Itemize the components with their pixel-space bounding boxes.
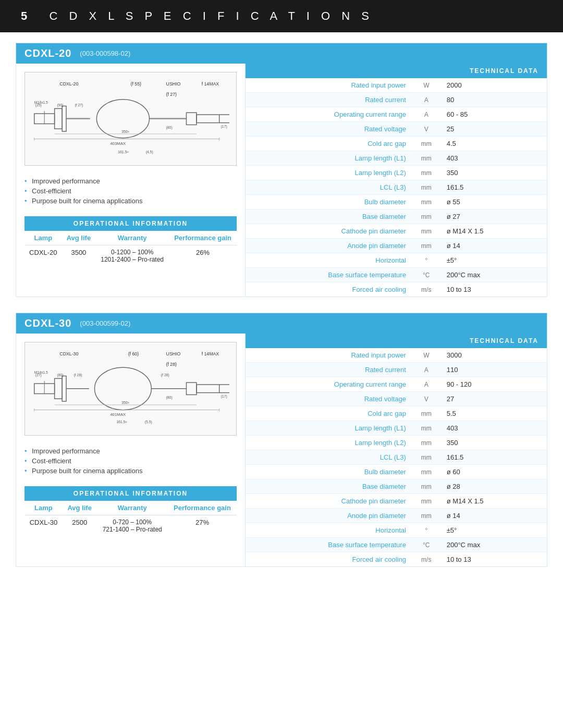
tech-param-value: ø 55 <box>442 195 547 209</box>
tech-param-name: Base diameter <box>246 479 411 494</box>
svg-rect-39 <box>55 379 63 399</box>
tech-param-unit: V <box>411 122 442 137</box>
tech-param-unit: ° <box>411 253 442 268</box>
svg-text:161.5≈: 161.5≈ <box>118 150 129 154</box>
svg-text:(f 28): (f 28) <box>74 374 82 378</box>
tech-row: Cold arc gap mm 5.5 <box>246 406 547 421</box>
tech-param-unit: ° <box>411 523 442 538</box>
tech-param-value: ø M14 X 1.5 <box>442 494 547 509</box>
op-row-cdxl30: CDXL-30 2500 0-720 – 100% 721-1400 – Pro… <box>25 515 237 537</box>
tech-param-unit: m/s <box>411 552 442 567</box>
diagram-cdxl30: CDXL-30 (f 60) USHIO f 14MAX (f 28) <box>25 342 237 436</box>
tech-param-value: 4.5 <box>442 137 547 151</box>
tech-param-value: 350 <box>442 166 547 180</box>
tech-row: Rated current A 110 <box>246 363 547 377</box>
tech-param-value: 403 <box>442 421 547 436</box>
feature-item: Purpose built for cinema applications <box>25 466 237 476</box>
tech-param-name: Horizontal <box>246 523 411 538</box>
svg-text:(f 60): (f 60) <box>128 351 139 356</box>
tech-param-unit: °C <box>411 538 442 552</box>
tech-param-value: 10 to 13 <box>442 282 547 297</box>
product-body-cdxl20: CDXL-20 (f 55) USHIO f 14MAX (f 27) <box>16 64 547 297</box>
tech-table-cdxl30: Rated input power W 3000 Rated current A… <box>246 348 547 566</box>
tech-row: Lamp length (L2) mm 350 <box>246 436 547 450</box>
tech-param-unit: °C <box>411 268 442 282</box>
feature-item: Improved performance <box>25 176 237 186</box>
tech-param-unit: mm <box>411 195 442 209</box>
tech-param-name: Anode pin diameter <box>246 239 411 253</box>
op-warranty-cdxl20: 0-1200 – 100% 1201-2400 – Pro-rated <box>95 245 169 267</box>
tech-param-name: Forced air cooling <box>246 552 411 567</box>
op-info-header-cdxl20: OPERATIONAL INFORMATION <box>25 216 237 231</box>
tech-row: Base surface temperature °C 200°C max <box>246 268 547 282</box>
svg-text:USHIO: USHIO <box>166 81 181 87</box>
tech-param-unit: A <box>411 93 442 107</box>
part-number-cdxl30: (003-000599-02) <box>80 319 130 327</box>
tech-param-value: 90 - 120 <box>442 377 547 392</box>
tech-param-value: ø 14 <box>442 239 547 253</box>
tech-param-name: LCL (L3) <box>246 450 411 465</box>
tech-param-name: Rated current <box>246 363 411 377</box>
tech-param-name: Cathode pin diameter <box>246 224 411 239</box>
tech-param-value: ø 28 <box>442 479 547 494</box>
tech-param-unit: mm <box>411 180 442 195</box>
tech-param-value: ±5° <box>442 253 547 268</box>
tech-row: Lamp length (L1) mm 403 <box>246 421 547 436</box>
tech-param-unit: W <box>411 348 442 363</box>
tech-param-value: ø M14 X 1.5 <box>442 224 547 239</box>
tech-param-unit: mm <box>411 224 442 239</box>
tech-param-value: ø 60 <box>442 465 547 479</box>
tech-row: Bulb diameter mm ø 55 <box>246 195 547 209</box>
op-col-avglife: Avg life <box>62 231 95 245</box>
svg-text:CDXL-30: CDXL-30 <box>59 351 78 356</box>
feature-item: Cost-efficient <box>25 456 237 466</box>
tech-param-unit: mm <box>411 465 442 479</box>
left-panel-cdxl20: CDXL-20 (f 55) USHIO f 14MAX (f 27) <box>16 64 246 297</box>
tech-param-name: Lamp length (L1) <box>246 421 411 436</box>
op-avglife-cdxl30: 2500 <box>63 515 97 537</box>
section-number: 5 <box>21 9 31 22</box>
lamp-diagram-svg-cdxl30: CDXL-30 (f 60) USHIO f 14MAX (f 28) <box>29 348 232 429</box>
tech-param-unit: mm <box>411 209 442 224</box>
tech-row: Operating current range A 60 - 85 <box>246 107 547 122</box>
tech-param-name: Horizontal <box>246 253 411 268</box>
svg-text:USHIO: USHIO <box>166 351 181 356</box>
op-info-header-cdxl30: OPERATIONAL INFORMATION <box>25 486 237 501</box>
tech-param-value: ±5° <box>442 523 547 538</box>
op-info-cdxl20: OPERATIONAL INFORMATION Lamp Avg life Wa… <box>25 216 237 266</box>
svg-text:(90): (90) <box>57 104 63 108</box>
tech-param-name: Anode pin diameter <box>246 509 411 523</box>
tech-row: Base surface temperature °C 200°C max <box>246 538 547 552</box>
op-table-cdxl30: Lamp Avg life Warranty Performance gain … <box>25 501 237 536</box>
svg-text:(17): (17) <box>221 125 227 129</box>
product-section-cdxl20: CDXL-20 (003-000598-02) CDXL-20 (f 55) U… <box>16 43 547 297</box>
tech-param-unit: mm <box>411 166 442 180</box>
tech-param-unit: V <box>411 392 442 406</box>
tech-row: Rated voltage V 25 <box>246 122 547 137</box>
svg-rect-44 <box>186 382 196 394</box>
svg-text:(f 55): (f 55) <box>131 81 142 87</box>
tech-row: Rated current A 80 <box>246 93 547 107</box>
svg-text:(f 27): (f 27) <box>166 92 177 97</box>
product-title-bar-cdxl20: CDXL-20 (003-000598-02) <box>16 43 547 64</box>
tech-row: Cathode pin diameter mm ø M14 X 1.5 <box>246 224 547 239</box>
svg-text:350≈: 350≈ <box>121 401 129 404</box>
tech-param-unit: mm <box>411 509 442 523</box>
tech-param-unit: mm <box>411 494 442 509</box>
svg-text:(4.5): (4.5) <box>146 150 153 154</box>
tech-row: Horizontal ° ±5° <box>246 253 547 268</box>
main-content: CDXL-20 (003-000598-02) CDXL-20 (f 55) U… <box>0 32 563 593</box>
svg-text:(25): (25) <box>35 104 42 108</box>
op-perfgain-cdxl20: 26% <box>169 245 237 267</box>
tech-row: Forced air cooling m/s 10 to 13 <box>246 282 547 297</box>
tech-param-unit: mm <box>411 151 442 166</box>
tech-row: Cathode pin diameter mm ø M14 X 1.5 <box>246 494 547 509</box>
tech-row: Rated voltage V 27 <box>246 392 547 406</box>
tech-row: Forced air cooling m/s 10 to 13 <box>246 552 547 567</box>
op-row-cdxl20: CDXL-20 3500 0-1200 – 100% 1201-2400 – P… <box>25 245 237 267</box>
svg-text:f 14MAX: f 14MAX <box>202 81 219 87</box>
tech-param-name: Operating current range <box>246 377 411 392</box>
left-panel-cdxl30: CDXL-30 (f 60) USHIO f 14MAX (f 28) <box>16 334 246 566</box>
tech-param-name: Bulb diameter <box>246 465 411 479</box>
tech-param-unit: mm <box>411 479 442 494</box>
